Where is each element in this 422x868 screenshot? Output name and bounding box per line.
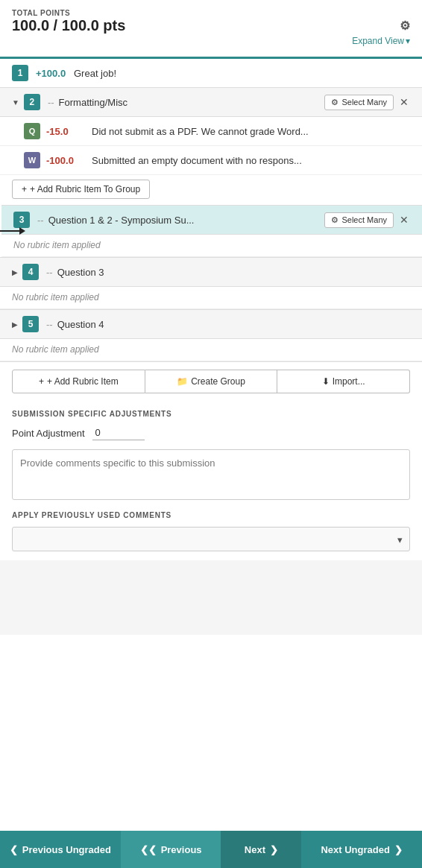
close-2-button[interactable]: ✕ (398, 96, 410, 108)
sub-label-q: Did not submit as a PDF. We cannot grade… (92, 126, 410, 137)
points-display: 100.0 / 100.0 pts (12, 17, 125, 34)
select-many-2-button[interactable]: ⚙ Select Many (324, 95, 394, 110)
group-2-row: ▼ 2 -- Formatting/Misc ⚙ Select Many ✕ (0, 87, 422, 117)
group-4-row: ▶ 4 -- Question 3 (0, 257, 422, 287)
badge-4: 4 (22, 264, 39, 280)
action-buttons-row: + + Add Rubric Item 📁 Create Group ⬇ Imp… (0, 361, 422, 401)
arrow-head-icon (19, 227, 25, 235)
chevron-down-icon: ▾ (406, 36, 410, 46)
sub-item-q: Q -15.0 Did not submit as a PDF. We cann… (0, 117, 422, 146)
point-adjustment-input[interactable] (92, 425, 145, 440)
chevron-right-next-ungraded-icon: ❯ (394, 844, 403, 855)
group-2-actions: ⚙ Select Many ✕ (324, 95, 410, 110)
submission-section: SUBMISSION SPECIFIC ADJUSTMENTS Point Ad… (0, 401, 422, 511)
label-1: Great job! (74, 68, 410, 79)
apply-comments-dropdown-wrapper: ▾ (12, 527, 410, 551)
triangle-2-icon[interactable]: ▼ (12, 98, 19, 107)
folder-icon: 📁 (177, 376, 188, 387)
triangle-4-icon[interactable]: ▶ (12, 268, 18, 276)
apply-comments-title: APPLY PREVIOUSLY USED COMMENTS (12, 511, 410, 519)
badge-5: 5 (22, 316, 39, 332)
double-chevron-left-icon: ❮❮ (140, 844, 157, 855)
header-section: TOTAL POINTS 100.0 / 100.0 pts ⚙ Expand … (0, 0, 422, 59)
download-icon: ⬇ (322, 376, 330, 387)
gear-icon[interactable]: ⚙ (400, 19, 410, 33)
dash-5: -- (46, 319, 53, 330)
expand-view-button[interactable]: Expand View ▾ (12, 34, 410, 51)
next-ungraded-button[interactable]: Next Ungraded ❯ (301, 831, 422, 868)
plus-add-icon: + (39, 376, 44, 387)
group-3-actions: ⚙ Select Many ✕ (324, 212, 410, 228)
sub-badge-q: Q (24, 123, 40, 139)
arrow-indicator (0, 227, 25, 235)
prev-button[interactable]: ❮❮ Previous (121, 831, 221, 868)
group-4-wrapper: ▶ 4 -- Question 3 No rubric item applied (0, 257, 422, 309)
add-rubric-item-button[interactable]: + + Add Rubric Item (12, 370, 145, 393)
apply-comments-select[interactable] (12, 527, 410, 551)
submission-section-title: SUBMISSION SPECIFIC ADJUSTMENTS (12, 410, 410, 418)
bottom-navigation: ❮ Previous Ungraded ❮❮ Previous Next ❯ N… (0, 831, 422, 868)
import-button[interactable]: ⬇ Import... (277, 370, 410, 393)
score-1: +100.0 (36, 68, 69, 79)
plus-icon: + (22, 184, 27, 194)
prev-ungraded-button[interactable]: ❮ Previous Ungraded (0, 831, 121, 868)
group-5-wrapper: ▶ 5 -- Question 4 No rubric item applied (0, 309, 422, 361)
arrow-line (0, 230, 19, 232)
no-rubric-3: No rubric item applied (13, 237, 101, 253)
total-points-label: TOTAL POINTS (12, 9, 410, 17)
group-4-name: Question 3 (57, 267, 207, 278)
triangle-5-icon[interactable]: ▶ (12, 320, 18, 329)
dash-3: -- (37, 215, 44, 226)
dash-4: -- (46, 267, 53, 278)
group-3-name: Question 1 & 2 - Symposium Su... (48, 215, 198, 226)
dash-2: -- (48, 97, 54, 108)
gear-small-3-icon: ⚙ (331, 215, 338, 225)
select-many-3-button[interactable]: ⚙ Select Many (324, 212, 394, 228)
create-group-button[interactable]: 📁 Create Group (145, 370, 278, 393)
spacer (0, 560, 422, 635)
point-adjustment-label: Point Adjustment (12, 428, 85, 439)
group-2-sub-items: Q -15.0 Did not submit as a PDF. We cann… (0, 117, 422, 205)
group-2-wrapper: ▼ 2 -- Formatting/Misc ⚙ Select Many ✕ Q… (0, 87, 422, 205)
no-rubric-5: No rubric item applied (12, 341, 99, 358)
chevron-right-next-icon: ❯ (270, 844, 278, 855)
badge-1: 1 (12, 65, 28, 81)
group-3-wrapper: 3 -- Question 1 & 2 - Symposium Su... ⚙ … (1, 205, 422, 257)
group-2-name: Formatting/Misc (59, 97, 208, 108)
group-5-row: ▶ 5 -- Question 4 (0, 309, 422, 339)
apply-comments-section: APPLY PREVIOUSLY USED COMMENTS ▾ (0, 511, 422, 560)
main-content: TOTAL POINTS 100.0 / 100.0 pts ⚙ Expand … (0, 0, 422, 694)
sub-label-w: Submitted an empty document with no resp… (92, 155, 410, 166)
chevron-left-prev-icon: ❮ (10, 844, 18, 855)
comments-textarea[interactable] (12, 449, 410, 500)
no-rubric-4: No rubric item applied (12, 289, 99, 305)
badge-2: 2 (24, 94, 40, 110)
group-4-no-rubric-wrapper: No rubric item applied (0, 287, 422, 309)
total-points-value: 100.0 / 100.0 pts ⚙ (12, 17, 410, 34)
group-5-name: Question 4 (57, 319, 207, 330)
next-button[interactable]: Next ❯ (221, 831, 301, 868)
group-3-no-rubric-wrapper: No rubric item applied (1, 235, 422, 257)
close-3-button[interactable]: ✕ (398, 214, 410, 226)
sub-score-q: -15.0 (46, 126, 87, 137)
add-rubric-group-wrapper: + + Add Rubric Item To Group (0, 175, 422, 205)
badge-3: 3 (13, 212, 30, 228)
gear-small-icon: ⚙ (331, 98, 338, 107)
group-3-outer: 3 -- Question 1 & 2 - Symposium Su... ⚙ … (0, 205, 422, 257)
sub-score-w: -100.0 (46, 155, 87, 166)
group-5-no-rubric-wrapper: No rubric item applied (0, 339, 422, 361)
group-3-row: 3 -- Question 1 & 2 - Symposium Su... ⚙ … (1, 205, 422, 235)
point-adjustment-row: Point Adjustment (12, 425, 410, 440)
add-rubric-to-group-button[interactable]: + + Add Rubric Item To Group (12, 180, 150, 199)
sub-item-w: W -100.0 Submitted an empty document wit… (0, 146, 422, 175)
sub-badge-w: W (24, 152, 40, 168)
rubric-item-1: 1 +100.0 Great job! (0, 59, 422, 87)
